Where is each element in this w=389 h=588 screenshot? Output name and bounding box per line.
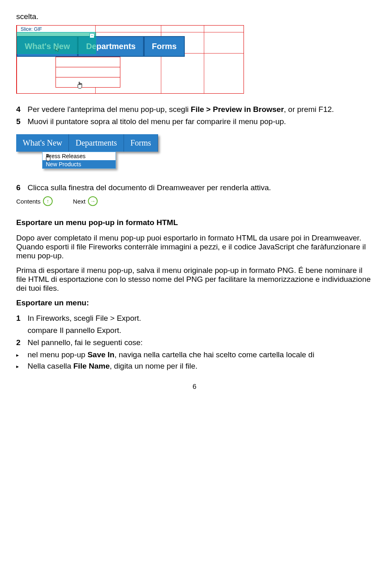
nav-tab-departments[interactable]: Departments [69,134,124,152]
step-number: 6 [16,183,28,192]
step-number: 5 [16,117,28,126]
paragraph: Dopo aver completato il menu pop-up puoi… [16,234,373,260]
step-text: In Fireworks, scegli File > Export. comp… [28,314,373,335]
paragraph: Prima di esportare il menu pop-up, salva… [16,266,373,293]
step-text: Muovi il puntatore sopra al titolo del m… [28,117,373,126]
page-number: 6 [16,383,373,391]
figure-nav-popup: What's New Departments Forms Press Relea… [16,134,158,169]
slice-label: Slice: GIF [21,26,42,32]
step-6: 6 Clicca sulla finestra del documento di… [16,183,373,192]
slice-handle: × [90,33,94,38]
popup-item-press-releases[interactable]: Press Releases [43,152,115,160]
figure-slice-nav: Slice: GIF × What's New Departments Form… [16,25,244,94]
step-number: 4 [16,105,28,114]
next-link[interactable]: Next → [73,196,98,206]
step-number: 1 [16,314,28,335]
link-label: Next [73,198,85,205]
hand-cursor-icon [76,81,83,91]
step-1: 1 In Fireworks, scegli File > Export. co… [16,314,373,335]
nav-bar: What's New Departments Forms [16,134,158,152]
hand-cursor-icon [45,154,52,164]
bullet-text: Nella casella File Name, digita un nome … [28,362,373,371]
slice-overlay: × [17,32,96,54]
popup-item-new-products[interactable]: New Products [43,160,115,168]
bullet-icon: ▸ [16,350,28,359]
arrow-up-icon: ↑ [43,196,53,206]
popup-menu: Press Releases New Products [42,152,116,169]
nav-tab-forms[interactable]: Forms [124,134,158,152]
section-heading: Esportare un menu pop-up in formato HTML [16,218,373,227]
submenu-placeholder [56,57,120,88]
bullet-text: nel menu pop-up Save In, naviga nella ca… [28,350,373,359]
step-text: Clicca sulla finestra del documento di D… [28,183,373,192]
nav-tab-whatsnew[interactable]: What's New [16,134,69,152]
arrow-right-icon: → [88,196,98,206]
step-2: 2 Nel pannello, fai le seguenti cose: [16,338,373,347]
step-5: 5 Muovi il puntatore sopra al titolo del… [16,117,373,126]
step-text: Nel pannello, fai le seguenti cose: [28,338,373,347]
bullet-item: ▸ Nella casella File Name, digita un nom… [16,362,373,371]
bullet-item: ▸ nel menu pop-up Save In, naviga nella … [16,350,373,359]
step-4: 4 Per vedere l'anteprima del menu pop-up… [16,105,373,114]
nav-tab-forms[interactable]: Forms [144,36,185,57]
step-number: 2 [16,338,28,347]
page-nav-links: Contents ↑ Next → [16,196,373,206]
fragment-top: scelta. [16,12,373,21]
step-text: Per vedere l'anteprima del menu pop-up, … [28,105,373,114]
bullet-icon: ▸ [16,362,28,371]
link-label: Contents [16,198,41,205]
contents-link[interactable]: Contents ↑ [16,196,53,206]
sub-heading: Esportare un menu: [16,298,373,307]
